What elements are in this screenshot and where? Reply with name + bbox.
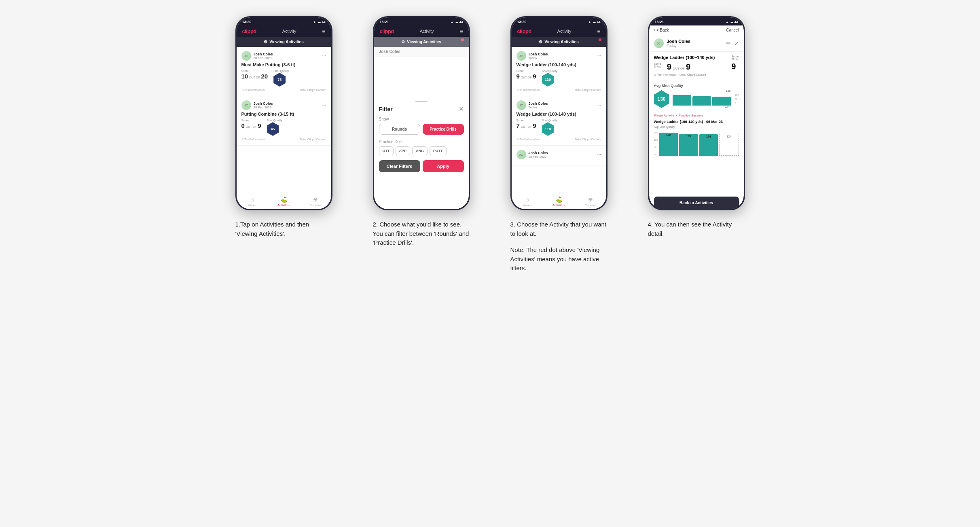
screen-content-3: JC Josh Coles Today ··· Wedge Ladder (10… <box>512 47 606 194</box>
avg-label-4: Avg Shot Quality <box>654 84 739 88</box>
bottom-nav-home-1[interactable]: ⌂ Home <box>237 196 268 207</box>
scores-row-1-1: Score 10 OUT OF 20 Shot Quality 75 <box>241 70 326 87</box>
viewing-header-2[interactable]: ⚙ Viewing Activities <box>374 37 469 47</box>
player-activity-label-4: Player Activity › Practice Session <box>649 112 744 119</box>
nav-title-1: Activity <box>282 29 296 34</box>
bottom-nav-capture-3[interactable]: ⊕ Capture <box>575 196 606 207</box>
back-button-4[interactable]: ‹ < Back <box>654 28 669 32</box>
filter-chip-putt[interactable]: PUTT <box>430 146 447 155</box>
bottom-nav-3: ⌂ Home ⛳ Activities ⊕ Capture <box>512 194 606 209</box>
card-more-3-2[interactable]: ··· <box>597 102 601 108</box>
detail-score-val-4: 9 <box>667 62 671 72</box>
status-icons-1: ▲ ☁ 44 <box>313 20 326 24</box>
activity-card-1-1[interactable]: JC Josh Coles 28 Feb 2023 ··· Must Make … <box>237 47 331 96</box>
detail-user-row-4: JC Josh Coles Today ✏ ⤢ <box>649 35 744 52</box>
bar-target: 124 <box>719 134 739 156</box>
user-info-3-2: Josh Coles Today <box>529 102 548 109</box>
chart-y-labels-4: 100 50 0 <box>734 94 739 104</box>
viewing-header-1[interactable]: ⚙ Viewing Activities <box>237 37 331 47</box>
card-more-1-2[interactable]: ··· <box>322 102 326 108</box>
viewing-header-3[interactable]: ⚙ Viewing Activities <box>512 37 606 47</box>
filter-actions-2: Clear Filters Apply <box>379 160 464 172</box>
filter-apply-btn[interactable]: Apply <box>423 160 464 172</box>
cancel-button-4[interactable]: Cancel <box>726 28 739 32</box>
nav-menu-2[interactable]: ≡ <box>459 28 463 34</box>
edit-icon[interactable]: ✏ <box>726 40 731 47</box>
bar-3: 124 <box>699 134 718 156</box>
step-4-text: 4. You can then see the Activity detail. <box>648 220 745 238</box>
step-3-desc1: 3. Choose the Activity that you want to … <box>510 220 607 238</box>
status-icons-4: ▲☁44 <box>726 20 738 24</box>
avg-section-4: Avg Shot Quality 130 130 <box>649 80 744 112</box>
nav-bar-1: clippd Activity ≡ <box>237 25 331 37</box>
nav-title-3: Activity <box>557 29 571 34</box>
user-info-1-2: Josh Coles 28 Feb 2023 <box>254 102 273 109</box>
status-time-1: 13:20 <box>242 20 252 24</box>
filter-chip-app[interactable]: APP <box>396 146 411 155</box>
filter-chip-ott[interactable]: OTT <box>379 146 394 155</box>
filter-header-2: Filter ✕ <box>379 105 464 113</box>
session-title-4: Wedge Ladder (100-140 yds) - 06 Mar 23 <box>649 119 744 125</box>
activity-card-3-3[interactable]: JC Josh Coles 28 Feb 2023 ··· <box>512 146 606 165</box>
shot-quality-hex-3-1: 130 <box>542 73 554 87</box>
detail-drill-section-4: Wedge Ladder (100–140 yds) Score Shots 9… <box>649 52 744 80</box>
filter-chip-arg[interactable]: ARG <box>412 146 428 155</box>
card-title-1-2: Putting Combine (3-15 ft) <box>241 112 326 116</box>
activity-card-1-2[interactable]: JC Josh Coles 28 Feb 2023 ··· Putting Co… <box>237 96 331 146</box>
status-bar-4: 13:21 ▲☁44 <box>649 17 744 25</box>
activity-card-3-1[interactable]: JC Josh Coles Today ··· Wedge Ladder (10… <box>512 47 606 96</box>
viewing-label-3: Viewing Activities <box>544 40 578 44</box>
nav-logo-1: clippd <box>242 28 256 34</box>
avg-sq-label-4: Avg Shot Quality <box>649 125 744 130</box>
card-more-3-1[interactable]: ··· <box>597 53 601 59</box>
card-title-3-2: Wedge Ladder (100-140 yds) <box>516 112 601 116</box>
filter-show-label: Show <box>379 117 464 121</box>
back-to-activities-btn-4[interactable]: Back to Activities <box>654 197 739 209</box>
filter-practice-btn[interactable]: Practice Drills <box>423 124 464 135</box>
detail-drill-title-4: Wedge Ladder (100–140 yds) <box>654 55 732 60</box>
page-container: 13:20 ▲ ☁ 44 clippd Activity ≡ ⚙ Viewi <box>223 16 757 273</box>
bar-chart-4: 140 120 80 60 132 129 124 124 <box>654 131 739 156</box>
filter-clear-btn[interactable]: Clear Filters <box>379 160 420 172</box>
stat-sq-3-2: Shot Quality 118 <box>542 119 557 136</box>
detail-outof-val-4: 9 <box>686 62 690 72</box>
home-icon-3: ⌂ <box>525 196 529 203</box>
card-header-3-2: JC Josh Coles Today ··· <box>516 100 601 110</box>
stat-sq-3-1: Shot Quality 130 <box>542 70 557 87</box>
card-footer-1-1: ⊙ Test Information Data: Clippd Capture <box>241 89 326 92</box>
scores-row-1-2: Score 0 OUT OF 9 Shot Quality 45 <box>241 119 326 136</box>
bottom-nav-activities-3[interactable]: ⛳ Activities <box>543 196 575 207</box>
detail-scores-4: Score Shots 9 OUT OF 9 <box>654 62 732 72</box>
activities-icon-3: ⛳ <box>555 196 562 203</box>
user-name-3-1: Josh Coles <box>529 52 548 56</box>
bar-1: 132 <box>659 133 678 156</box>
nav-menu-3[interactable]: ≡ <box>597 28 600 34</box>
filter-rounds-btn[interactable]: Rounds <box>379 124 420 135</box>
card-more-1-1[interactable]: ··· <box>322 53 326 59</box>
expand-icon[interactable]: ⤢ <box>734 40 739 47</box>
filter-chips-row: OTT APP ARG PUTT <box>379 146 464 155</box>
nav-menu-1[interactable]: ≡ <box>322 28 325 34</box>
user-info-3-1: Josh Coles Today <box>529 52 548 60</box>
card-footer-3-1: ⊙ Test Information Data: Clippd Capture <box>516 89 601 92</box>
screen-content-1: JC Josh Coles 28 Feb 2023 ··· Must Make … <box>237 47 331 194</box>
mini-chart-4: 130 APP <box>673 89 731 109</box>
card-title-1-1: Must Make Putting (3-6 ft) <box>241 62 326 67</box>
home-icon-1: ⌂ <box>250 196 254 203</box>
avatar-3-2: JC <box>516 100 526 110</box>
detail-hint-4: ⊙ Test Information Data: Clippd Capture <box>654 73 739 76</box>
filter-close-btn[interactable]: ✕ <box>459 105 464 113</box>
filter-drag-handle <box>415 101 428 102</box>
red-dot-3 <box>599 38 601 41</box>
activity-card-3-2[interactable]: JC Josh Coles Today ··· Wedge Ladder (10… <box>512 96 606 146</box>
bottom-nav-capture-1[interactable]: ⊕ Capture <box>300 196 331 207</box>
bottom-nav-activities-1[interactable]: ⛳ Activities <box>268 196 300 207</box>
bottom-nav-home-3[interactable]: ⌂ Home <box>512 196 543 207</box>
scores-row-3-2: Score 7 OUT OF 9 Shot Quality 118 <box>516 119 601 136</box>
card-header-3-3: JC Josh Coles 28 Feb 2023 ··· <box>516 150 601 159</box>
card-more-3-3[interactable]: ··· <box>597 152 601 157</box>
user-date-3-2: Today <box>529 106 548 109</box>
card-header-3-1: JC Josh Coles Today ··· <box>516 51 601 61</box>
status-bar-1: 13:20 ▲ ☁ 44 <box>237 17 331 25</box>
viewing-label-1: Viewing Activities <box>269 40 303 44</box>
